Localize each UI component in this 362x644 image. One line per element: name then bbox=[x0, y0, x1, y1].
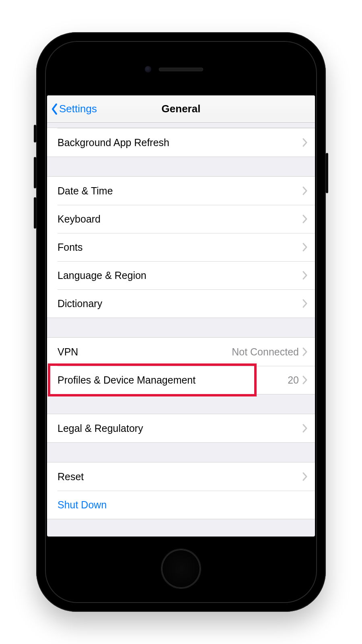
row-label: Shut Down bbox=[58, 499, 308, 511]
group-spacer bbox=[47, 443, 315, 462]
power-button bbox=[326, 153, 328, 193]
row-label: Keyboard bbox=[58, 213, 302, 225]
row-shut-down[interactable]: Shut Down bbox=[47, 491, 315, 519]
settings-group: Date & TimeKeyboardFontsLanguage & Regio… bbox=[47, 176, 315, 318]
row-profiles-device-management[interactable]: Profiles & Device Management20 bbox=[47, 366, 315, 394]
row-label: Legal & Regulatory bbox=[58, 423, 302, 434]
screen: Settings General Background App RefreshD… bbox=[47, 95, 315, 537]
row-legal-regulatory[interactable]: Legal & Regulatory bbox=[47, 414, 315, 442]
bezel-bottom bbox=[47, 537, 315, 601]
volume-down-button bbox=[34, 197, 36, 229]
chevron-right-icon bbox=[302, 186, 308, 196]
row-dictionary[interactable]: Dictionary bbox=[47, 289, 315, 318]
row-language-region[interactable]: Language & Region bbox=[47, 261, 315, 289]
chevron-right-icon bbox=[302, 347, 308, 357]
phone-frame: Settings General Background App RefreshD… bbox=[36, 32, 326, 612]
settings-list: Background App RefreshDate & TimeKeyboar… bbox=[47, 123, 315, 537]
group-spacer bbox=[47, 519, 315, 537]
row-label: VPN bbox=[58, 346, 232, 358]
chevron-right-icon bbox=[302, 214, 308, 224]
row-keyboard[interactable]: Keyboard bbox=[47, 205, 315, 233]
navbar: Settings General bbox=[47, 95, 315, 123]
row-label: Reset bbox=[58, 471, 302, 483]
settings-group: Legal & Regulatory bbox=[47, 414, 315, 443]
chevron-left-icon bbox=[51, 103, 58, 115]
row-label: Profiles & Device Management bbox=[58, 374, 288, 386]
settings-group: Background App Refresh bbox=[47, 128, 315, 157]
row-background-app-refresh[interactable]: Background App Refresh bbox=[47, 128, 315, 157]
earpiece-speaker bbox=[159, 68, 203, 71]
group-spacer bbox=[47, 394, 315, 414]
row-label: Dictionary bbox=[58, 298, 302, 310]
phone-inner: Settings General Background App RefreshD… bbox=[45, 41, 317, 603]
group-spacer bbox=[47, 318, 315, 337]
row-label: Language & Region bbox=[58, 270, 302, 281]
back-button[interactable]: Settings bbox=[51, 103, 97, 115]
chevron-right-icon bbox=[302, 375, 308, 385]
row-vpn[interactable]: VPNNot Connected bbox=[47, 338, 315, 366]
canvas: Settings General Background App RefreshD… bbox=[0, 0, 362, 644]
row-fonts[interactable]: Fonts bbox=[47, 233, 315, 261]
chevron-right-icon bbox=[302, 138, 308, 147]
chevron-right-icon bbox=[302, 299, 308, 308]
settings-group: ResetShut Down bbox=[47, 462, 315, 519]
front-camera bbox=[145, 66, 151, 72]
row-value: Not Connected bbox=[232, 346, 299, 358]
row-label: Background App Refresh bbox=[58, 137, 302, 149]
chevron-right-icon bbox=[302, 242, 308, 252]
group-spacer bbox=[47, 123, 315, 128]
row-reset[interactable]: Reset bbox=[47, 462, 315, 491]
chevron-right-icon bbox=[302, 423, 308, 433]
row-value: 20 bbox=[288, 374, 299, 386]
chevron-right-icon bbox=[302, 472, 308, 481]
bezel-top bbox=[47, 43, 315, 95]
row-label: Date & Time bbox=[58, 185, 302, 197]
chevron-right-icon bbox=[302, 270, 308, 280]
volume-up-button bbox=[34, 157, 36, 188]
back-label: Settings bbox=[59, 103, 97, 115]
row-date-time[interactable]: Date & Time bbox=[47, 177, 315, 205]
group-spacer bbox=[47, 157, 315, 176]
mute-switch bbox=[34, 125, 36, 142]
row-label: Fonts bbox=[58, 242, 302, 253]
home-button[interactable] bbox=[162, 549, 200, 588]
settings-group: VPNNot ConnectedProfiles & Device Manage… bbox=[47, 337, 315, 394]
